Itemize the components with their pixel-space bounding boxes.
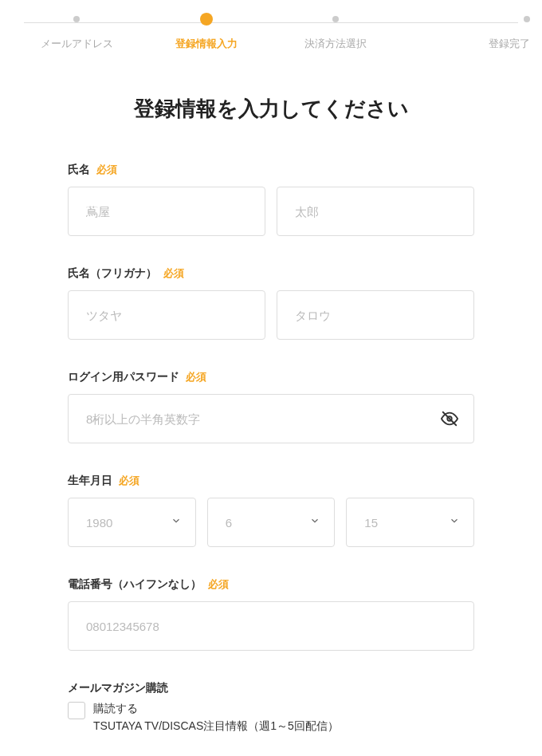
newsletter-checkbox[interactable] — [68, 702, 85, 719]
month-select[interactable]: 6 — [207, 498, 336, 547]
step-registration-info: 登録情報入力 — [142, 16, 272, 51]
name-inputs — [68, 187, 474, 236]
checkbox-label: 購読する — [93, 702, 339, 716]
day-select[interactable]: 15 — [346, 498, 474, 547]
checkbox-sublabel: TSUTAYA TV/DISCAS注目情報（週1～5回配信） — [93, 719, 339, 734]
step-complete: 登録完了 — [401, 16, 531, 51]
first-name-kana-input[interactable] — [277, 290, 474, 340]
first-name-input[interactable] — [277, 187, 474, 236]
last-name-input[interactable] — [68, 187, 265, 236]
name-label: 氏名 必須 — [68, 163, 474, 177]
name-kana-label: 氏名（フリガナ） 必須 — [68, 266, 474, 281]
required-badge: 必須 — [163, 266, 184, 281]
birthdate-group: 生年月日 必須 1980 6 1 — [68, 474, 474, 547]
step-label: 決済方法選択 — [304, 37, 367, 51]
day-select-wrapper: 15 — [346, 498, 474, 547]
newsletter-label: メールマガジン購読 — [68, 681, 474, 695]
password-visibility-toggle[interactable] — [441, 410, 458, 427]
eye-off-icon — [441, 410, 458, 427]
year-select[interactable]: 1980 — [68, 498, 196, 547]
password-group: ログイン用パスワード 必須 — [68, 370, 474, 443]
phone-group: 電話番号（ハイフンなし） 必須 — [68, 577, 474, 651]
label-text: 氏名（フリガナ） — [68, 266, 157, 281]
step-label: メールアドレス — [41, 37, 113, 51]
required-badge: 必須 — [119, 474, 139, 488]
step-label: 登録情報入力 — [175, 37, 238, 51]
step-email: メールアドレス — [12, 16, 142, 51]
phone-label: 電話番号（ハイフンなし） 必須 — [68, 577, 474, 592]
required-badge: 必須 — [96, 163, 117, 177]
label-text: 氏名 — [68, 163, 90, 177]
step-payment: 決済方法選択 — [271, 16, 401, 51]
name-kana-group: 氏名（フリガナ） 必須 — [68, 266, 474, 340]
required-badge: 必須 — [208, 577, 229, 592]
checkbox-labels: 購読する TSUTAYA TV/DISCAS注目情報（週1～5回配信） — [93, 702, 339, 734]
step-dot — [332, 16, 339, 22]
step-dot — [524, 16, 530, 22]
newsletter-checkbox-row: 購読する TSUTAYA TV/DISCAS注目情報（週1～5回配信） — [68, 702, 474, 734]
label-text: 電話番号（ハイフンなし） — [68, 577, 202, 592]
name-kana-inputs — [68, 290, 474, 340]
page-title: 登録情報を入力してください — [0, 95, 542, 123]
year-select-wrapper: 1980 — [68, 498, 196, 547]
progress-stepper: メールアドレス 登録情報入力 決済方法選択 登録完了 — [0, 0, 542, 51]
step-dot-active — [200, 13, 213, 26]
step-dot — [73, 16, 80, 22]
month-select-wrapper: 6 — [207, 498, 336, 547]
password-wrapper — [68, 394, 474, 443]
required-badge: 必須 — [186, 370, 206, 384]
newsletter-group: メールマガジン購読 購読する TSUTAYA TV/DISCAS注目情報（週1～… — [68, 681, 474, 734]
password-input[interactable] — [68, 394, 474, 443]
name-group: 氏名 必須 — [68, 163, 474, 236]
phone-input[interactable] — [68, 601, 474, 651]
label-text: ログイン用パスワード — [68, 370, 179, 384]
last-name-kana-input[interactable] — [68, 290, 265, 340]
birthdate-label: 生年月日 必須 — [68, 474, 474, 488]
step-label: 登録完了 — [489, 37, 530, 51]
registration-form: 氏名 必須 氏名（フリガナ） 必須 ログイン用パスワード 必須 — [0, 163, 542, 734]
birthdate-selects: 1980 6 15 — [68, 498, 474, 547]
password-label: ログイン用パスワード 必須 — [68, 370, 474, 384]
label-text: 生年月日 — [68, 474, 112, 488]
